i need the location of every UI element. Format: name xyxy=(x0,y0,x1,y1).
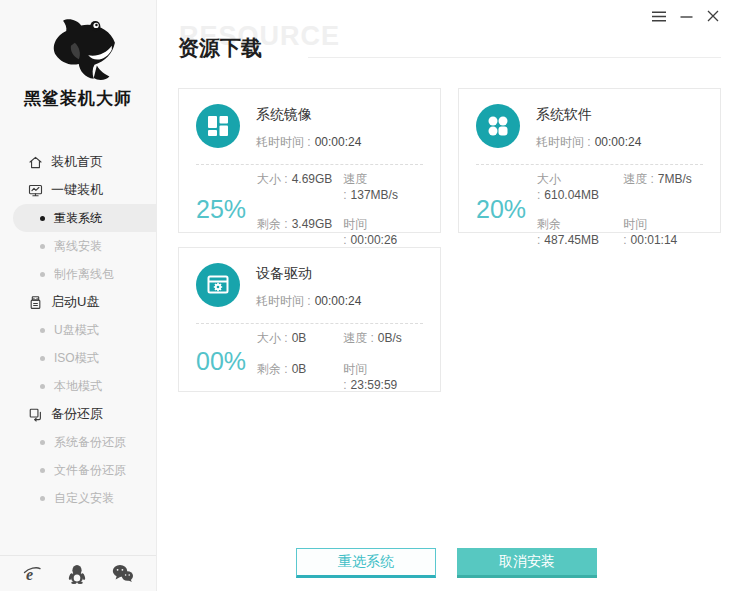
sidebar-item-one-key-install[interactable]: 一键装机 xyxy=(0,176,156,204)
card-title: 设备驱动 xyxy=(256,265,361,283)
sidebar-item-label: 装机首页 xyxy=(51,153,103,171)
home-icon xyxy=(27,154,43,170)
bullet-icon xyxy=(40,468,45,473)
app-window: 黑鲨装机大师 装机首页 一键装机 重装系统 离线安装 xyxy=(0,0,736,591)
sidebar-item-make-offline-pack[interactable]: 制作离线包 xyxy=(0,260,156,288)
stat-time: 时间 :00:01:14 xyxy=(623,216,703,247)
qq-icon[interactable] xyxy=(68,564,86,584)
stat-time: 时间 :00:00:26 xyxy=(343,216,423,247)
card-device-driver: 设备驱动 耗时时间 :00:00:24 00% 大小 :0B 速度 :0B/s … xyxy=(178,247,441,392)
monitor-icon xyxy=(27,182,43,198)
stat-speed: 速度 :7MB/s xyxy=(623,171,703,202)
stat-remaining: 剩余 :0B xyxy=(257,361,343,392)
app-name: 黑鲨装机大师 xyxy=(0,87,156,110)
sidebar-item-label: ISO模式 xyxy=(54,350,99,367)
sidebar-item-label: 自定义安装 xyxy=(54,490,114,507)
stat-size: 大小 :4.69GB xyxy=(257,171,343,202)
sidebar-item-label: 离线安装 xyxy=(54,238,102,255)
page-title: 资源下载 xyxy=(178,34,262,62)
dashed-divider xyxy=(196,323,423,324)
sidebar-item-label: 一键装机 xyxy=(51,181,103,199)
sidebar-item-label: 系统备份还原 xyxy=(54,434,126,451)
system-image-icon xyxy=(196,104,240,152)
cancel-install-button[interactable]: 取消安装 xyxy=(457,548,597,578)
page-header: RESOURCE 资源下载 xyxy=(178,30,721,62)
stat-size: 大小 :0B xyxy=(257,330,343,347)
bullet-icon xyxy=(40,328,45,333)
driver-box-icon xyxy=(196,263,240,311)
bullet-icon xyxy=(40,216,45,221)
bullet-icon xyxy=(40,272,45,277)
download-cards: 系统镜像 耗时时间 :00:00:24 25% 大小 :4.69GB 速度 :1… xyxy=(178,88,721,392)
card-title: 系统软件 xyxy=(536,106,641,124)
sidebar-item-home[interactable]: 装机首页 xyxy=(0,148,156,176)
sidebar-item-local-mode[interactable]: 本地模式 xyxy=(0,372,156,400)
progress-percent: 20% xyxy=(476,195,537,224)
elapsed-time: 耗时时间 :00:00:24 xyxy=(536,134,641,151)
sidebar-item-label: 制作离线包 xyxy=(54,266,114,283)
menu-icon[interactable] xyxy=(652,11,666,22)
stat-remaining: 剩余 :487.45MB xyxy=(537,216,623,247)
sidebar-item-label: U盘模式 xyxy=(54,322,99,339)
stat-remaining: 剩余 :3.49GB xyxy=(257,216,343,247)
usb-icon xyxy=(27,294,43,310)
action-footer: 重选系统 取消安装 xyxy=(157,548,736,578)
sidebar-item-label: 本地模式 xyxy=(54,378,102,395)
title-divider xyxy=(308,57,721,58)
sidebar-item-backup-restore[interactable]: 备份还原 xyxy=(0,400,156,428)
app-logo: 黑鲨装机大师 xyxy=(0,0,156,110)
sidebar-item-label: 启动U盘 xyxy=(51,293,99,311)
sidebar-item-boot-usb[interactable]: 启动U盘 xyxy=(0,288,156,316)
stat-speed: 速度 :0B/s xyxy=(343,330,423,347)
close-icon[interactable] xyxy=(707,10,719,22)
social-bar: e xyxy=(0,555,156,591)
sidebar-item-label: 文件备份还原 xyxy=(54,462,126,479)
elapsed-time: 耗时时间 :00:00:24 xyxy=(256,293,361,310)
main-content: RESOURCE 资源下载 系统镜像 耗时时间 :00:00:24 xyxy=(157,0,736,591)
sidebar-nav: 装机首页 一键装机 重装系统 离线安装 制作离线包 xyxy=(0,148,156,512)
elapsed-time: 耗时时间 :00:00:24 xyxy=(256,134,361,151)
minimize-icon[interactable] xyxy=(680,11,693,22)
sidebar-item-iso-mode[interactable]: ISO模式 xyxy=(0,344,156,372)
sidebar-item-label: 重装系统 xyxy=(54,210,102,227)
shark-logo-icon xyxy=(38,68,118,85)
window-controls xyxy=(652,10,719,22)
progress-percent: 00% xyxy=(196,347,257,376)
backup-icon xyxy=(27,406,43,422)
bullet-icon xyxy=(40,440,45,445)
progress-percent: 25% xyxy=(196,195,257,224)
sidebar-item-custom-install[interactable]: 自定义安装 xyxy=(0,484,156,512)
sidebar-item-usb-mode[interactable]: U盘模式 xyxy=(0,316,156,344)
sidebar-item-file-backup-restore[interactable]: 文件备份还原 xyxy=(0,456,156,484)
ie-icon[interactable]: e xyxy=(22,564,42,584)
sidebar-item-label: 备份还原 xyxy=(51,405,103,423)
dashed-divider xyxy=(476,164,703,165)
card-system-software: 系统软件 耗时时间 :00:00:24 20% 大小 :610.04MB 速度 … xyxy=(458,88,721,233)
sidebar: 黑鲨装机大师 装机首页 一键装机 重装系统 离线安装 xyxy=(0,0,157,591)
sidebar-item-offline-install[interactable]: 离线安装 xyxy=(0,232,156,260)
card-system-image: 系统镜像 耗时时间 :00:00:24 25% 大小 :4.69GB 速度 :1… xyxy=(178,88,441,233)
reselect-system-button[interactable]: 重选系统 xyxy=(296,548,436,578)
wechat-icon[interactable] xyxy=(112,564,134,583)
stat-time: 时间 :23:59:59 xyxy=(343,361,423,392)
bullet-icon xyxy=(40,496,45,501)
card-title: 系统镜像 xyxy=(256,106,361,124)
stat-size: 大小 :610.04MB xyxy=(537,171,623,202)
bullet-icon xyxy=(40,384,45,389)
sidebar-item-system-backup-restore[interactable]: 系统备份还原 xyxy=(0,428,156,456)
sidebar-item-reinstall-system[interactable]: 重装系统 xyxy=(13,204,156,232)
stat-speed: 速度 :137MB/s xyxy=(343,171,423,202)
bullet-icon xyxy=(40,244,45,249)
dashed-divider xyxy=(196,164,423,165)
bullet-icon xyxy=(40,356,45,361)
software-grid-icon xyxy=(476,104,520,152)
